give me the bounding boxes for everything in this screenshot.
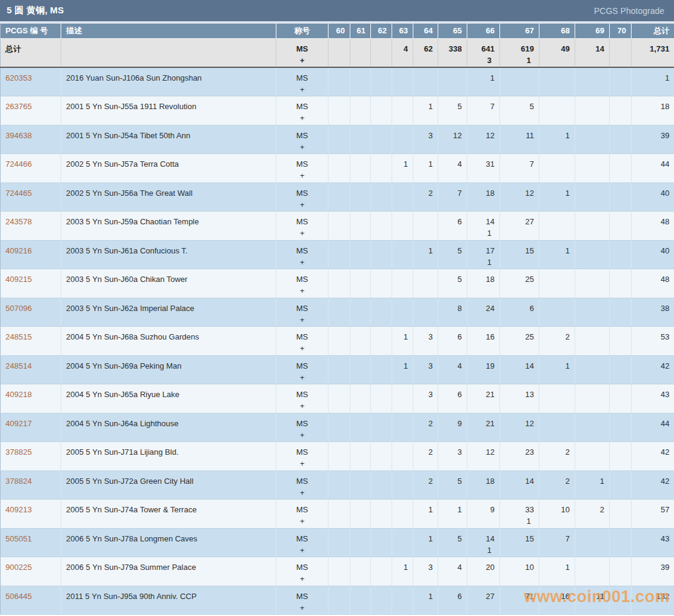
grade-cell-67: 15 <box>500 528 539 557</box>
grade-cell-64: 2 <box>413 470 438 500</box>
pcgs-number-cell: 409213 <box>1 500 61 529</box>
grade-cell-60 <box>329 269 350 298</box>
grade-cell-70 <box>610 125 632 154</box>
grade-cell-67: 6 <box>500 298 539 327</box>
pcgs-number-link[interactable]: 507096 <box>5 304 32 313</box>
column-header-desig: 称号 <box>276 24 329 38</box>
pcgs-number-cell: 724465 <box>1 182 61 212</box>
grade-cell-69 <box>575 327 610 356</box>
pcgs-number-link[interactable]: 248515 <box>5 332 32 341</box>
grade-cell-64: 3 <box>413 125 438 154</box>
column-header-g63: 63 <box>392 24 413 38</box>
grade-cell-66: 16 <box>467 327 500 356</box>
grade-cell-60 <box>329 355 350 384</box>
grade-cell-70 <box>610 67 632 96</box>
grade-cell-62 <box>371 355 392 384</box>
totals-label: 总计 <box>1 38 61 67</box>
grade-cell-61 <box>350 442 371 471</box>
grade-cell-70 <box>610 212 632 241</box>
grade-cell-65 <box>438 67 467 96</box>
grade-cell-66: 9 <box>467 500 500 529</box>
grade-cell-61 <box>350 355 371 384</box>
grade-cell-66: 18 <box>467 470 500 500</box>
grade-cell-61 <box>350 470 371 500</box>
grade-cell-63 <box>392 413 413 442</box>
coin-description: 2003 5 Yn Sun-J59a Chaotian Temple <box>61 212 276 241</box>
pcgs-number-cell: 409217 <box>1 413 61 442</box>
grade-cell-61 <box>350 327 371 356</box>
grade-cell-69 <box>575 125 610 154</box>
grade-cell-61 <box>350 182 371 212</box>
grade-cell-70 <box>610 557 632 586</box>
pcgs-number-link[interactable]: 243578 <box>5 217 32 226</box>
column-header-g68: 68 <box>539 24 575 38</box>
grade-cell-62 <box>371 182 392 212</box>
pcgs-number-link[interactable]: 409218 <box>5 390 32 399</box>
row-total: 44 <box>632 413 674 442</box>
column-header-g70: 70 <box>610 24 632 38</box>
grade-cell-68: 10 <box>539 500 575 529</box>
table-row: 3788242005 5 Yn Sun-J72a Green City Hall… <box>1 470 674 500</box>
grade-cell-69 <box>575 355 610 384</box>
grade-cell-65: 5 <box>438 96 467 126</box>
pcgs-number-cell: 248515 <box>1 327 61 356</box>
grade-cell-61 <box>350 96 371 126</box>
pcgs-number-link[interactable]: 409217 <box>5 419 32 428</box>
grade-cell-65: 5 <box>438 470 467 500</box>
pcgs-number-link[interactable]: 724465 <box>5 189 32 198</box>
pcgs-number-link[interactable]: 263765 <box>5 102 32 111</box>
designation-cell: MS+ <box>276 586 329 615</box>
pcgs-number-link[interactable]: 620353 <box>5 73 32 82</box>
row-total: 42 <box>632 442 674 471</box>
grade-cell-61 <box>350 500 371 529</box>
grade-cell-70 <box>610 96 632 126</box>
grade-cell-60 <box>329 154 350 183</box>
pcgs-number-link[interactable]: 248514 <box>5 361 32 370</box>
pcgs-number-link[interactable]: 378825 <box>5 447 32 457</box>
coin-description: 2006 5 Yn Sun-J79a Summer Palace <box>61 557 276 586</box>
designation-cell: MS+ <box>276 212 329 241</box>
table-row: 7244652002 5 Yn Sun-J56a The Great WallM… <box>1 182 674 212</box>
pcgs-number-link[interactable]: 378824 <box>5 477 32 486</box>
grade-cell-64: 3 <box>413 557 438 586</box>
grade-cell-69 <box>575 413 610 442</box>
table-row: 6203532016 Yuan Sun-J106a Sun ZhongshanM… <box>1 67 674 96</box>
pcgs-number-link[interactable]: 409216 <box>5 246 32 255</box>
row-total: 39 <box>632 557 674 586</box>
row-total: 43 <box>632 528 674 557</box>
grade-cell-70 <box>610 240 632 269</box>
grade-cell-60 <box>329 557 350 586</box>
pcgs-number-link[interactable]: 900225 <box>5 563 32 572</box>
grade-cell-69 <box>575 528 610 557</box>
pcgs-number-link[interactable]: 724466 <box>5 159 32 169</box>
grade-cell-69 <box>575 442 610 471</box>
pcgs-number-link[interactable]: 505051 <box>5 534 32 543</box>
designation-cell: MS+ <box>276 67 329 96</box>
pcgs-photograde-link[interactable]: PCGS Photograde <box>594 6 664 16</box>
pcgs-number-link[interactable]: 506445 <box>5 592 32 601</box>
grade-cell-61 <box>350 298 371 327</box>
grade-cell-61 <box>350 384 371 413</box>
pcgs-number-link[interactable]: 409213 <box>5 505 32 514</box>
pcgs-number-link[interactable]: 409215 <box>5 275 32 284</box>
totals-row: 总计MS+4623386413619149141,731 <box>1 38 674 67</box>
grade-cell-61 <box>350 125 371 154</box>
grade-cell-70 <box>610 154 632 183</box>
grade-cell-61 <box>350 586 371 615</box>
pcgs-number-link[interactable]: 394638 <box>5 131 32 140</box>
grade-cell-61 <box>350 212 371 241</box>
grade-cell-69 <box>575 67 610 96</box>
pcgs-number-cell: 378825 <box>1 442 61 471</box>
grade-cell-66: 171 <box>467 240 500 269</box>
coin-description: 2011 5 Yn Sun-J95a 90th Anniv. CCP <box>61 586 276 615</box>
pcgs-number-cell: 394638 <box>1 125 61 154</box>
grade-cell-70 <box>610 355 632 384</box>
grade-cell-62 <box>371 96 392 126</box>
coin-description <box>61 38 276 67</box>
grade-cell-62 <box>371 586 392 615</box>
grade-cell-65: 6 <box>438 212 467 241</box>
table-row: 3946382001 5 Yn Sun-J54a Tibet 50th AnnM… <box>1 125 674 154</box>
row-total: 43 <box>632 384 674 413</box>
grade-cell-64: 1 <box>413 154 438 183</box>
grade-cell-67: 331 <box>500 500 539 529</box>
